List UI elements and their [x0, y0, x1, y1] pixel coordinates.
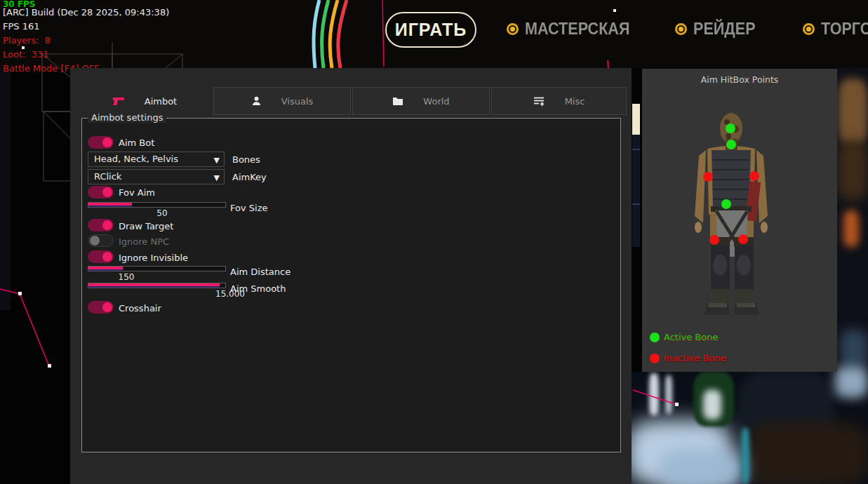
ignore-npc-label: Ignore NPC	[119, 236, 169, 247]
legend-active-label: Active Bone	[664, 332, 718, 342]
cheat-panel: Aimbot Visuals World	[70, 68, 632, 484]
toggle-knob	[90, 236, 100, 246]
toggle-knob	[102, 302, 112, 312]
bone-dot-right-shoulder	[749, 171, 759, 181]
tab-world[interactable]: World	[352, 87, 490, 115]
person-icon	[251, 95, 262, 107]
esp-node-marker	[675, 403, 679, 406]
fov-size-slider[interactable]	[88, 202, 226, 208]
aimkey-select[interactable]: RClick ▼	[88, 169, 225, 184]
hud-players: Players: 8	[3, 35, 51, 46]
bone-dot-right-thigh	[738, 234, 748, 244]
pistol-icon	[112, 96, 125, 107]
tab-aimbot[interactable]: Aimbot	[76, 87, 213, 115]
toggle-knob	[102, 252, 112, 262]
bones-select-value: Head, Neck, Pelvis	[94, 154, 178, 164]
aimkey-select-value: RClick	[94, 171, 121, 182]
aimbot-settings-group: Aimbot settings Aim Bot Head, Neck, Pelv…	[81, 118, 621, 452]
bone-dot-neck	[726, 140, 736, 149]
tab-visuals[interactable]: Visuals	[213, 87, 351, 115]
ignore-invisible-toggle[interactable]	[88, 250, 114, 263]
ignore-npc-toggle[interactable]	[88, 234, 114, 247]
menu-item-label: ТОРГО	[821, 19, 868, 39]
slider-fill	[88, 203, 132, 207]
toggle-knob	[102, 187, 112, 197]
inactive-bone-dot-icon	[650, 354, 660, 363]
bones-label: Bones	[232, 154, 260, 165]
hitbox-panel-title: Aim HitBox Points	[642, 74, 837, 85]
draw-target-label: Draw Target	[119, 221, 173, 231]
aim-distance-slider[interactable]	[88, 266, 226, 271]
hitbox-panel: Aim HitBox Points	[642, 69, 837, 372]
aim-bot-toggle[interactable]	[88, 136, 114, 149]
draw-target-toggle[interactable]	[88, 219, 114, 231]
menu-item-trader[interactable]: ТОРГО	[803, 20, 868, 38]
chevron-down-icon: ▼	[214, 171, 220, 185]
crosshair-label: Crosshair	[119, 303, 161, 314]
bone-dot-left-thigh	[709, 235, 719, 245]
esp-dot-marker	[613, 9, 616, 12]
tab-label: Misc	[565, 96, 585, 107]
aimkey-label: AimKey	[232, 172, 267, 182]
aim-bot-label: Aim Bot	[119, 137, 154, 148]
tab-label: Aimbot	[145, 96, 177, 107]
chevron-down-icon: ▼	[214, 154, 220, 168]
coin-icon	[675, 23, 687, 35]
bone-dot-pelvis	[721, 199, 731, 209]
menu-item-label: МАСТЕРСКАЯ	[525, 19, 629, 39]
esp-node-marker	[48, 364, 51, 368]
tab-misc[interactable]: Misc	[491, 87, 627, 115]
hud-fps: FPS 161	[3, 21, 40, 32]
coin-icon	[803, 23, 815, 35]
menu-item-label: РЕЙДЕР	[693, 19, 756, 39]
coin-icon	[507, 23, 519, 35]
play-button[interactable]: ИГРАТЬ	[385, 12, 476, 48]
ignore-invisible-label: Ignore Invisible	[119, 253, 188, 263]
folder-icon	[392, 96, 403, 106]
bones-select[interactable]: Head, Neck, Pelvis ▼	[88, 152, 225, 167]
group-title: Aimbot settings	[88, 112, 166, 123]
fov-size-value: 50	[141, 208, 183, 218]
aim-distance-value: 150	[105, 272, 147, 282]
aim-distance-label: Aim Distance	[230, 267, 291, 277]
toggle-knob	[102, 137, 112, 147]
aim-smooth-slider[interactable]	[88, 283, 226, 288]
menu-item-raider[interactable]: РЕЙДЕР	[675, 20, 762, 38]
aim-smooth-label: Aim Smooth	[230, 283, 286, 294]
active-bone-dot-icon	[650, 332, 660, 342]
toggle-knob	[102, 220, 112, 230]
fov-size-label: Fov Size	[230, 203, 267, 213]
slider-fill	[88, 267, 123, 271]
sliders-icon	[533, 96, 545, 107]
hud-build-info: [ARC] Build (Dec 28 2025, 09:43:38)	[3, 7, 169, 18]
esp-node-marker	[18, 292, 22, 295]
crosshair-toggle[interactable]	[88, 301, 114, 314]
bone-dot-left-shoulder	[703, 172, 713, 182]
tab-label: Visuals	[281, 96, 314, 107]
bone-dot-head	[726, 123, 735, 133]
fov-aim-toggle[interactable]	[88, 186, 114, 199]
fov-aim-label: Fov Aim	[119, 187, 155, 198]
menu-item-workshop[interactable]: МАСТЕРСКАЯ	[507, 20, 641, 38]
legend-inactive-label: Inactive Bone	[664, 353, 726, 363]
tab-label: World	[423, 96, 449, 107]
slider-fill	[88, 283, 220, 288]
hud-loot: Loot: 331	[3, 49, 48, 60]
game-screen: 30 FPS [ARC] Build (Dec 28 2025, 09:43:3…	[0, 0, 868, 484]
